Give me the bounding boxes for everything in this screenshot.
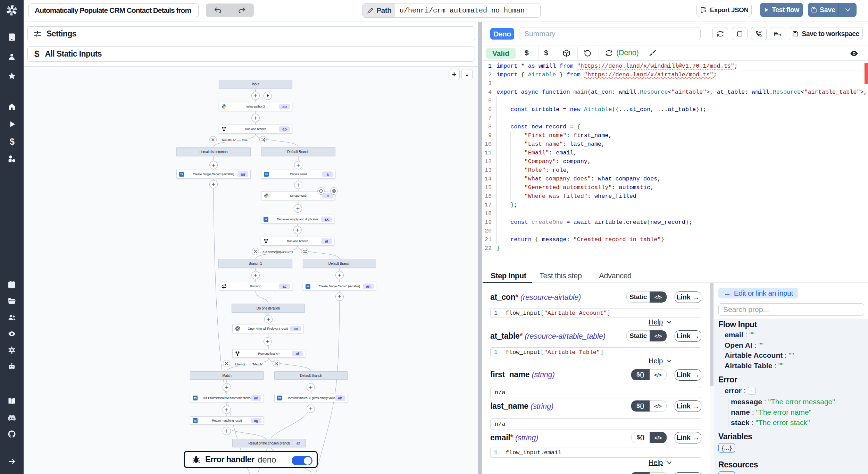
svg-text:TS: TS xyxy=(307,285,310,287)
svg-text:TS: TS xyxy=(278,397,281,399)
svg-text:TS: TS xyxy=(194,397,197,399)
svg-text:TS: TS xyxy=(265,173,268,176)
svg-text:TS: TS xyxy=(180,173,183,176)
svg-text:TS: TS xyxy=(194,420,197,422)
svg-text:TS: TS xyxy=(265,218,268,220)
